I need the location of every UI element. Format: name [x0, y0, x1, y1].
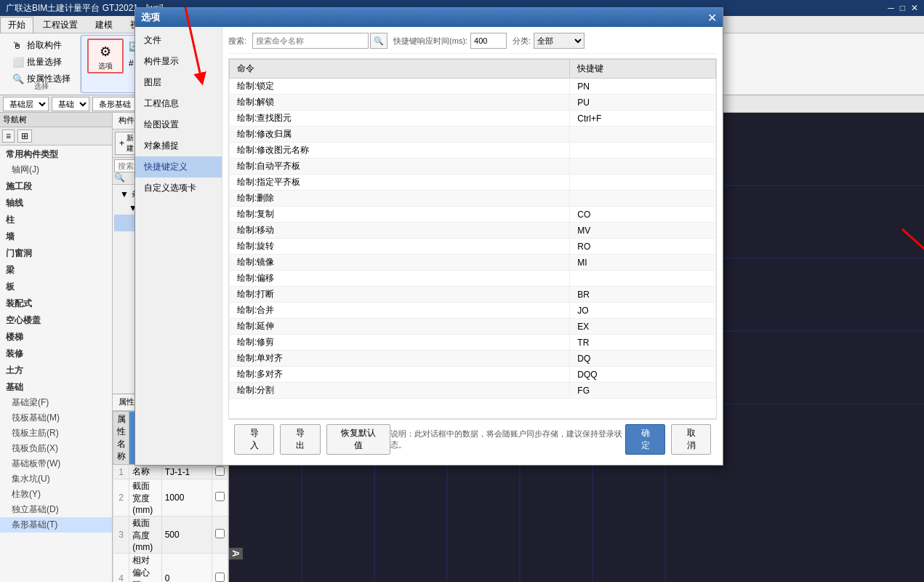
- tab-kaishi[interactable]: 开始: [0, 17, 33, 33]
- key-time-input[interactable]: [470, 33, 507, 49]
- layer-select[interactable]: 基础层: [3, 97, 49, 111]
- nav-stair[interactable]: 楼梯: [0, 328, 112, 345]
- nav-beam[interactable]: 梁: [0, 261, 112, 278]
- shortcut-row: 绘制:旋转RO: [230, 239, 716, 255]
- key-time-label: 快捷键响应时间(ms):: [393, 36, 467, 47]
- category-label: 分类:: [513, 36, 531, 47]
- nav-common-types[interactable]: 常用构件类型: [0, 146, 112, 162]
- batch-icon: ⬜: [12, 57, 24, 68]
- dialog-main-content: 搜索: 🔍 快捷键响应时间(ms): 分类: 全部: [222, 27, 723, 465]
- shortcut-row: 绘制:单对齐DQ: [230, 351, 716, 367]
- dialog-body: 文件 构件显示 图层 工程信息 绘图设置 对象捕捉 快捷键定义 自定义选项卡 搜…: [135, 27, 723, 465]
- nav-sump[interactable]: 集水坑(U): [0, 471, 112, 487]
- dialog-nav-component-display[interactable]: 构件显示: [135, 51, 222, 72]
- shortcut-row: 绘制:修改归属: [230, 127, 716, 143]
- shortcut-row: 绘制:自动平齐板: [230, 159, 716, 175]
- shortcut-row: 绘制:多对齐DQQ: [230, 367, 716, 383]
- shortcut-row: 绘制:镜像MI: [230, 255, 716, 271]
- nav-door-window[interactable]: 门窗洞: [0, 244, 112, 261]
- dialog-title-text: 选项: [141, 11, 160, 24]
- dialog-nav: 文件 构件显示 图层 工程信息 绘图设置 对象捕捉 快捷键定义 自定义选项卡: [135, 27, 222, 465]
- shortcut-row: 绘制:删除: [230, 191, 716, 207]
- shortcut-search-btn[interactable]: 🔍: [370, 33, 387, 49]
- select-group-label: 选择: [3, 81, 80, 92]
- nav-pier[interactable]: 柱敦(Y): [0, 487, 112, 502]
- th-shortcut-key: 快捷键: [570, 60, 716, 79]
- pick-label: 拾取构件: [27, 39, 62, 52]
- shortcut-search-input[interactable]: [252, 33, 369, 49]
- category-group: 分类: 全部: [513, 33, 584, 49]
- dialog-nav-object-snap[interactable]: 对象捕捉: [135, 135, 222, 156]
- dialog-nav-shortcut[interactable]: 快捷键定义: [135, 156, 222, 178]
- dialog-footer: 导入 导出 恢复默认值 说明：此对话框中的数据，将会随账户同步存储，建议保持登录…: [228, 419, 717, 459]
- shortcut-row: 绘制:修改图元名称: [230, 143, 716, 159]
- nav-wall[interactable]: 墙: [0, 228, 112, 244]
- dialog-nav-custom-tab[interactable]: 自定义选项卡: [135, 178, 222, 199]
- shortcut-table: 命令 快捷键 绘制:锁定PN 绘制:解锁PU 绘制:查找图元Ctrl+F 绘制:…: [229, 59, 716, 399]
- shortcut-table-body: 绘制:锁定PN 绘制:解锁PU 绘制:查找图元Ctrl+F 绘制:修改归属 绘制…: [230, 79, 716, 399]
- th-command: 命令: [230, 60, 570, 79]
- pick-icon: 🖱: [12, 40, 24, 52]
- shortcut-table-head: 命令 快捷键: [230, 60, 716, 79]
- search-label: 搜索:: [228, 36, 246, 47]
- nav-earthwork[interactable]: 土方: [0, 362, 112, 378]
- shortcut-row: 绘制:延伸EX: [230, 319, 716, 335]
- dialog-shortcut-toolbar: 搜索: 🔍 快捷键响应时间(ms): 分类: 全部: [228, 33, 717, 54]
- category-select[interactable]: 全部: [534, 33, 584, 49]
- dialog-title-bar: 选项 ✕: [135, 8, 723, 27]
- nav-grid-view-btn[interactable]: ⊞: [17, 129, 32, 143]
- tab-gongcheng-shezhi[interactable]: 工程设置: [35, 17, 86, 33]
- dialog-nav-layer[interactable]: 图层: [135, 72, 222, 93]
- dialog-footer-note: 说明：此对话框中的数据，将会随账户同步存储，建议保持登录状态。: [390, 428, 626, 450]
- dialog-ok-btn[interactable]: 确定: [625, 424, 665, 455]
- nav-foundation-belt[interactable]: 基础板带(W): [0, 456, 112, 471]
- dialog-close-btn[interactable]: ✕: [707, 11, 717, 25]
- nav-list-view-btn[interactable]: ≡: [2, 129, 15, 143]
- nav-axis-net[interactable]: 轴网(J): [0, 162, 112, 178]
- shortcut-row: 绘制:锁定PN: [230, 79, 716, 95]
- dialog-cancel-btn[interactable]: 取消: [671, 424, 711, 455]
- nav-raft-neg-rebar[interactable]: 筏板负筋(X): [0, 441, 112, 456]
- nav-decor[interactable]: 装修: [0, 345, 112, 362]
- nav-column[interactable]: 柱: [0, 211, 112, 228]
- shortcut-row: 绘制:打断BR: [230, 287, 716, 303]
- nav-raft-foundation[interactable]: 筏板基础(M): [0, 410, 112, 426]
- nav-axis[interactable]: 轴线: [0, 194, 112, 211]
- shortcut-table-container: 命令 快捷键 绘制:锁定PN 绘制:解锁PU 绘制:查找图元Ctrl+F 绘制:…: [228, 58, 717, 419]
- nav-foundation[interactable]: 基础: [0, 378, 112, 395]
- nav-construction-stage[interactable]: 施工段: [0, 178, 112, 194]
- nav-strip-foundation[interactable]: 条形基础(T): [0, 517, 112, 533]
- ribbon-group-select: 🖱 拾取构件 ⬜ 批量选择 🔍 按属性选择 选择: [3, 35, 81, 93]
- shortcut-row: 绘制:复制CO: [230, 207, 716, 223]
- nav-hollow-slab[interactable]: 空心楼盖: [0, 311, 112, 328]
- dialog-nav-project-info[interactable]: 工程信息: [135, 93, 222, 114]
- dialog-action-btns: 确定 取消: [625, 424, 711, 455]
- shortcut-row: 绘制:合并JO: [230, 303, 716, 319]
- shortcut-row: 绘制:偏移: [230, 271, 716, 287]
- options-label: 选项: [98, 62, 113, 71]
- nav-tree-header: 导航树: [0, 113, 112, 127]
- foundation-type-select[interactable]: 基础: [52, 97, 89, 111]
- batch-label: 批量选择: [27, 56, 62, 68]
- restore-default-btn[interactable]: 恢复默认值: [326, 424, 390, 455]
- key-time-group: 快捷键响应时间(ms):: [393, 33, 507, 49]
- pick-component-btn[interactable]: 🖱 拾取构件: [9, 38, 74, 53]
- nav-prefab[interactable]: 装配式: [0, 295, 112, 311]
- options-dialog: 选项 ✕ 文件 构件显示 图层 工程信息 绘图设置 对象捕捉 快捷键定义 自定义…: [134, 7, 723, 466]
- shortcut-row: 绘制:移动MV: [230, 223, 716, 239]
- nav-slab[interactable]: 板: [0, 278, 112, 295]
- shortcut-row: 绘制:解锁PU: [230, 95, 716, 111]
- shortcut-row: 绘制:分割FG: [230, 383, 716, 399]
- nav-isolated-foundation[interactable]: 独立基础(D): [0, 502, 112, 517]
- import-btn[interactable]: 导入: [234, 424, 274, 455]
- dialog-overlay: 选项 ✕ 文件 构件显示 图层 工程信息 绘图设置 对象捕捉 快捷键定义 自定义…: [113, 0, 924, 582]
- dialog-nav-file[interactable]: 文件: [135, 30, 222, 51]
- dialog-nav-draw-settings[interactable]: 绘图设置: [135, 114, 222, 135]
- nav-foundation-beam[interactable]: 基础梁(F): [0, 395, 112, 410]
- shortcut-row: 绘制:指定平齐板: [230, 175, 716, 191]
- batch-select-btn[interactable]: ⬜ 批量选择: [9, 55, 74, 70]
- shortcut-row: 绘制:查找图元Ctrl+F: [230, 111, 716, 127]
- nav-raft-main-rebar[interactable]: 筏板主筋(R): [0, 426, 112, 441]
- main-area: 导航树 ≡ ⊞ 常用构件类型 轴网(J) 施工段 轴线 柱 墙 门窗洞 梁 板 …: [0, 113, 924, 582]
- export-btn[interactable]: 导出: [280, 424, 320, 455]
